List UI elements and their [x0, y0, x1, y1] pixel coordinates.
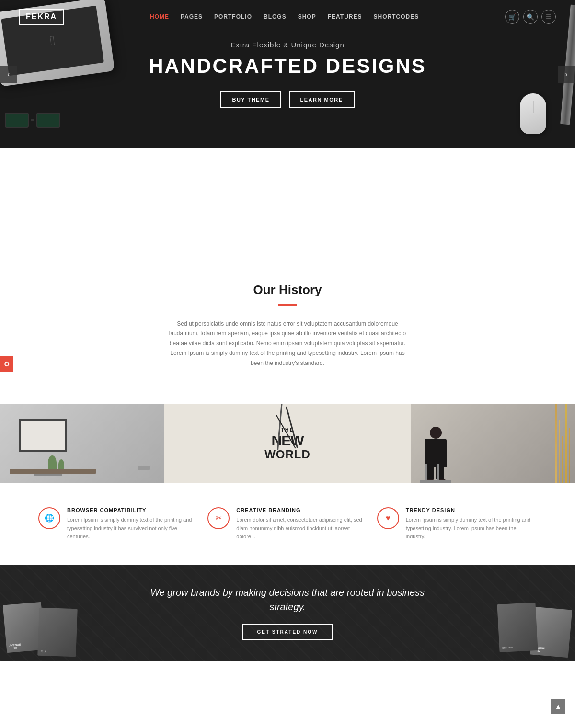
- feature-branding-content: CREATIVE BRANDING Lorem dolor sit amet, …: [236, 507, 367, 541]
- feature-trendy-text: Lorem Ipsum is simply dummy text of the …: [406, 516, 537, 541]
- feature-trendy-title: TRENDY DESIGN: [406, 507, 537, 513]
- logo[interactable]: FEKRA: [19, 9, 64, 25]
- apple-logo-icon: : [49, 33, 56, 48]
- gallery-office-image: [0, 404, 164, 483]
- feature-trendy-content: TRENDY DESIGN Lorem Ipsum is simply dumm…: [406, 507, 537, 541]
- slider-next-button[interactable]: ›: [558, 66, 575, 83]
- gallery: THE NEW WORLD: [0, 404, 575, 483]
- feature-trendy-design: ♥ TRENDY DESIGN Lorem Ipsum is simply du…: [377, 507, 537, 541]
- feature-creative-branding: ✂ CREATIVE BRANDING Lorem dolor sit amet…: [207, 507, 367, 541]
- gallery-art-image: THE NEW WORLD: [164, 404, 411, 483]
- history-title: Our History: [48, 283, 527, 297]
- hero-content: Extra Flexible & Unique Design HANDCRAFT…: [149, 41, 426, 108]
- creative-branding-icon: ✂: [207, 507, 230, 529]
- nav-shortcodes[interactable]: SHORTCODES: [374, 13, 419, 20]
- nav-blogs[interactable]: BLOGS: [264, 13, 287, 20]
- feature-browser-text: Lorem Ipsum is simply dummy text of the …: [67, 516, 198, 541]
- browser-compat-icon: 🌐: [38, 507, 60, 529]
- feature-browser-title: BROWSER COMPATIBILITY: [67, 507, 198, 513]
- magazine-left-2: 2011: [37, 607, 77, 657]
- menu-button[interactable]: ☰: [541, 10, 556, 24]
- quote-section: AVENUE32 2011 AVENUE32 EST. 2011 We grow…: [0, 565, 575, 661]
- search-button[interactable]: 🔍: [523, 10, 538, 24]
- hero-title: HANDCRAFTED DESIGNS: [149, 55, 426, 78]
- quote-content: We grow brands by making decisions that …: [144, 585, 431, 640]
- hero-buttons: BUY THEME LEARN MORE: [149, 91, 426, 108]
- feature-branding-title: CREATIVE BRANDING: [236, 507, 367, 513]
- magazine-right-2: EST. 2011: [497, 603, 538, 652]
- buy-theme-button[interactable]: BUY THEME: [220, 91, 281, 108]
- history-text: Sed ut perspiciatis unde omnis iste natu…: [168, 319, 407, 368]
- hero-subtitle: Extra Flexible & Unique Design: [149, 41, 426, 49]
- hero-section:  FEKRA HOME PAGES PORTFOLIO BLOGS SHOP …: [0, 0, 575, 148]
- nav-portfolio[interactable]: PORTFOLIO: [214, 13, 252, 20]
- slider-prev-button[interactable]: ‹: [0, 66, 17, 83]
- nav-icons: 🛒 🔍 ☰: [505, 10, 556, 24]
- history-section: Our History Sed ut perspiciatis unde omn…: [0, 254, 575, 404]
- feature-browser-content: BROWSER COMPATIBILITY Lorem Ipsum is sim…: [67, 507, 198, 541]
- learn-more-button[interactable]: LEARN MORE: [289, 91, 355, 108]
- cart-button[interactable]: 🛒: [505, 10, 519, 24]
- feature-browser-compat: 🌐 BROWSER COMPATIBILITY Lorem Ipsum is s…: [38, 507, 198, 541]
- nav-pages[interactable]: PAGES: [181, 13, 203, 20]
- header: FEKRA HOME PAGES PORTFOLIO BLOGS SHOP FE…: [0, 0, 575, 34]
- feature-branding-text: Lorem dolor sit amet, consectetuer adipi…: [236, 516, 367, 541]
- white-space-section: [0, 148, 575, 254]
- customizer-tab[interactable]: ⚙: [0, 356, 13, 372]
- gallery-person-image: [411, 404, 575, 483]
- features-section: 🌐 BROWSER COMPATIBILITY Lorem Ipsum is s…: [0, 507, 575, 565]
- gear-icon: ⚙: [4, 360, 10, 368]
- main-nav: HOME PAGES PORTFOLIO BLOGS SHOP FEATURES…: [150, 13, 419, 20]
- sunglasses-decoration: [5, 113, 62, 134]
- section-divider: [278, 304, 297, 306]
- quote-text: We grow brands by making decisions that …: [144, 585, 431, 614]
- get-started-button[interactable]: GET STRATED NOW: [242, 624, 332, 640]
- nav-features[interactable]: FEATURES: [328, 13, 362, 20]
- mouse-decoration: [520, 93, 546, 134]
- nav-shop[interactable]: SHOP: [298, 13, 316, 20]
- trendy-design-icon: ♥: [377, 507, 399, 529]
- nav-home[interactable]: HOME: [150, 13, 169, 20]
